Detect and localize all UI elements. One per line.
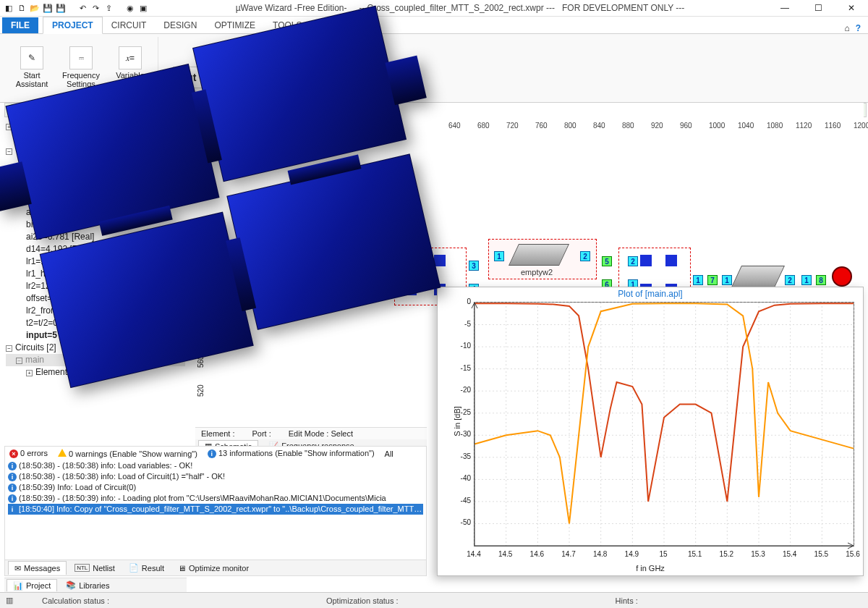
port-2[interactable] — [832, 266, 852, 287]
plot-area[interactable] — [474, 302, 854, 546]
schematic-statusbar: Element : Port : Edit Mode : Select ▦ Sc… — [195, 427, 427, 446]
tree-var-item[interactable]: lr1_half=(lr1-d14)/2= — [6, 268, 185, 280]
home-icon[interactable]: ⌂ — [844, 23, 849, 33]
variable-settings-button[interactable]: 𝑥= Variable Settings — [109, 46, 152, 88]
project-panel-tabs: 📊 Project 📚 Libraries — [4, 578, 187, 592]
waveguide-output[interactable] — [731, 266, 785, 287]
tree-var-item[interactable]: b=7.83 — [6, 169, 185, 182]
window-title: µWave Wizard -Free Edition- -- Cross_cou… — [152, 3, 768, 13]
cut-button[interactable]: Cut — [173, 67, 203, 88]
sym-button[interactable]: Sym — [207, 67, 242, 88]
status-bar: ▥ Calculation status : Optimization stat… — [0, 592, 868, 608]
warning-icon — [58, 449, 67, 457]
info-icon: i — [208, 449, 216, 458]
tab-tools[interactable]: TOOLS — [264, 17, 310, 33]
waveguide-input[interactable] — [306, 266, 359, 287]
plot-title: Plot of [main.apl] — [438, 287, 863, 300]
new-icon[interactable]: 🗋 — [16, 2, 27, 14]
minimize-button[interactable]: — — [768, 0, 801, 17]
resize-grip-icon[interactable]: ▥ — [6, 596, 13, 605]
start-assistant-button[interactable]: ✎ Start Assistant — [10, 46, 54, 88]
project-tree[interactable]: +Items ● F −Variables a=15b=7.83ai01=7.0… — [4, 117, 187, 378]
cube-icon[interactable]: ◉ — [124, 2, 136, 14]
tab-netlist[interactable]: NTL Netlist — [69, 561, 121, 575]
calc-status: Calculation status : — [42, 596, 109, 605]
title-bar: ◧ 🗋 📂 💾 💾 ↶ ↷ ⇪ ◉ ▣ µWave Wizard -Free E… — [0, 0, 868, 17]
tab-file[interactable]: FILE — [2, 17, 38, 33]
ribbon-tabs: FILE PROJECT CIRCUIT DESIGN OPTIMIZE TOO… — [0, 17, 868, 34]
tab-optimize[interactable]: OPTIMIZE — [205, 17, 264, 33]
redo-icon[interactable]: ↷ — [90, 2, 101, 14]
tree-var-item[interactable]: ai12=4.192 — [6, 206, 185, 219]
hints-status: Hints : — [616, 596, 638, 605]
message-line[interactable]: i (18:50:38) - (18:50:38) info: Load of … — [8, 471, 423, 482]
maximize-button[interactable]: ☐ — [801, 0, 835, 17]
tree-var-item[interactable]: t2=t/2=0.5 [Equa — [6, 317, 185, 329]
app-icon: ◧ — [3, 2, 14, 14]
tree-var-item[interactable]: lr2_front=lr2-offset-bi23=6.8 qua] — [6, 305, 185, 317]
tab-result[interactable]: 📄 Result — [123, 561, 170, 575]
tab-libraries-panel[interactable]: 📚 Libraries — [60, 579, 115, 591]
tab-project[interactable]: PROJECT — [43, 17, 103, 34]
tree-var-item[interactable]: lr1=11.174 [Real] — [6, 256, 185, 268]
settings-group-label: Settings — [68, 91, 94, 99]
error-icon: × — [9, 449, 18, 458]
quick-access-toolbar: ◧ 🗋 📂 💾 💾 ↶ ↷ ⇪ ◉ ▣ — [0, 2, 152, 14]
plot-xlabel: f in GHz — [438, 564, 863, 573]
plot-panel: Plot of [main.apl] S in [dB] f in GHz 0-… — [437, 287, 864, 576]
tab-project-panel[interactable]: 📊 Project — [7, 579, 57, 591]
mat-icon[interactable]: 💾 — [261, 67, 272, 77]
close-button[interactable]: ✕ — [835, 0, 868, 17]
run-icon[interactable]: ▣ — [137, 2, 149, 14]
opt-status: Optimization status : — [326, 596, 399, 605]
tree-var-item[interactable]: d14=4.192 [Real] — [6, 243, 185, 256]
open-icon[interactable]: 📂 — [29, 2, 41, 14]
save-icon[interactable]: 💾 — [42, 2, 54, 14]
input-label: input — [322, 291, 339, 300]
tree-var-item[interactable]: t=1 [Real] — [6, 194, 185, 206]
message-line[interactable]: i (18:50:39) - (18:50:39) info: - Loadin… — [8, 493, 423, 504]
emptyw2-label: emptyw2 — [521, 268, 553, 276]
port-icon[interactable]: ▦ — [262, 78, 270, 88]
frequency-settings-button[interactable]: ⎓ Frequency Settings — [59, 46, 103, 88]
run-button[interactable] — [8, 104, 20, 116]
export-icon[interactable]: ⇪ — [103, 2, 114, 14]
messages-panel: × 0 errors 0 warnings (Enable "Show warn… — [4, 446, 427, 576]
tab-plot[interactable]: PLOT — [311, 17, 351, 33]
ruler-horizontal: 6406807207608008408809209601000104010801… — [210, 122, 864, 136]
tree-var-item[interactable]: a=15 — [6, 157, 185, 169]
tree-var-item[interactable]: lr2=12.329 [Real] — [6, 280, 185, 292]
ruler-vertical: 520560600 — [195, 136, 210, 428]
message-line[interactable]: i [18:50:40] Info: Copy of "Cross_couple… — [8, 504, 423, 515]
message-line[interactable]: i (18:50:39) Info: Load of Circuit(0) — [8, 482, 423, 493]
tab-optimize-monitor[interactable]: 🖥 Optimize monitor — [172, 561, 255, 575]
var-icon: 𝑥= — [119, 46, 142, 69]
tree-var-item[interactable]: ai23=6.781 [Real] — [6, 231, 185, 243]
tree-var-item[interactable]: bi23=3 [Real] — [6, 219, 185, 231]
tab-messages[interactable]: ✉ Messages — [8, 561, 67, 575]
saveall-icon[interactable]: 💾 — [55, 2, 67, 14]
message-line[interactable]: i (18:50:38) - (18:50:38) info: Load var… — [8, 460, 423, 471]
ribbon-body: ✎ Start Assistant ⎓ Frequency Settings 𝑥… — [0, 34, 868, 103]
freq-icon: ⎓ — [69, 46, 93, 69]
tree-var-item[interactable]: offset=2.45 [Real] — [6, 292, 185, 305]
wand-icon: ✎ — [20, 46, 43, 69]
window-controls: — ☐ ✕ — [768, 0, 868, 17]
help-icon[interactable]: ? — [856, 23, 861, 33]
tree-var-item[interactable]: ai01=7.0 — [6, 182, 185, 194]
tab-design[interactable]: DESIGN — [155, 17, 205, 33]
tree-var-item[interactable]: input=5 [Real] — [6, 329, 185, 342]
undo-icon[interactable]: ↶ — [77, 2, 88, 14]
tab-circuit[interactable]: CIRCUIT — [103, 17, 156, 33]
